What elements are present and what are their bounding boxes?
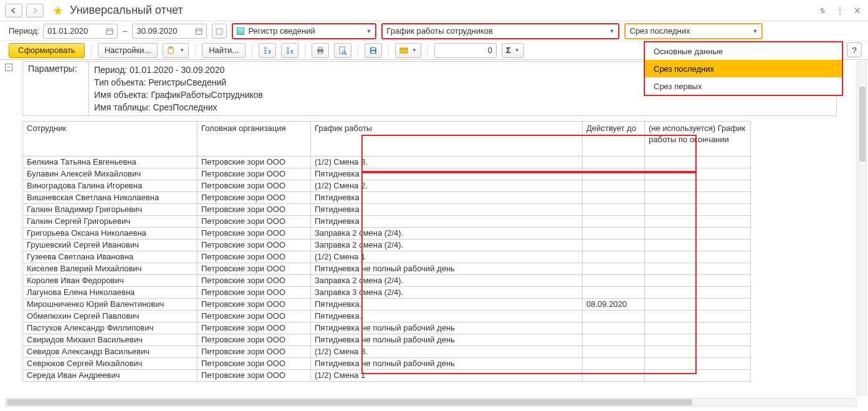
- table-row[interactable]: Булавин Алексей МихайловичПетровские зор…: [23, 168, 751, 180]
- table-row[interactable]: Середа Иван АндреевичПетровские зори ООО…: [23, 370, 751, 382]
- col-header-schedule[interactable]: График работы: [311, 122, 583, 157]
- dropdown-option-main-data[interactable]: Основные данные: [645, 42, 842, 60]
- generate-button[interactable]: Сформировать: [9, 43, 85, 58]
- svg-rect-13: [371, 48, 375, 50]
- collapse-button[interactable]: [281, 43, 298, 58]
- horizontal-scrollbar[interactable]: [5, 398, 857, 407]
- col-header-schedule-end[interactable]: (не используется) График работы по оконч…: [645, 122, 751, 157]
- calendar-icon[interactable]: [194, 26, 204, 36]
- combo-table-dropdown: Основные данные Срез последних Срез перв…: [644, 41, 843, 96]
- combo-table-value: Срез последних: [629, 26, 690, 36]
- table-row[interactable]: Свиридов Михаил ВасильевичПетровские зор…: [23, 334, 751, 346]
- table-row[interactable]: Лагунова Елена НиколаевнаПетровские зори…: [23, 287, 751, 299]
- save-button[interactable]: [365, 43, 382, 58]
- settings-button[interactable]: Настройки...: [98, 43, 158, 58]
- cell-emp: Лагунова Елена Николаевна: [23, 287, 198, 299]
- table-row[interactable]: Галкин Владимир ГригорьевичПетровские зо…: [23, 204, 751, 216]
- dropdown-option-slice-last[interactable]: Срез последних: [645, 60, 842, 77]
- separator: [427, 44, 428, 57]
- sum-field[interactable]: 0: [434, 43, 497, 58]
- cell-end: [645, 204, 751, 216]
- table-row[interactable]: Вишневская Светлана НиколаевнаПетровские…: [23, 192, 751, 204]
- cell-emp: Грушевский Сергей Иванович: [23, 239, 198, 251]
- table-row[interactable]: Севидов Александр ВасильевичПетровские з…: [23, 346, 751, 358]
- dropdown-option-slice-first[interactable]: Срез первых: [645, 77, 842, 95]
- cell-sch: Заправка 2 смена (2/4).: [311, 275, 583, 287]
- chevron-down-icon[interactable]: ▼: [365, 28, 373, 34]
- ellipsis-icon: [216, 27, 223, 35]
- scrollbar-thumb[interactable]: [859, 87, 866, 162]
- collapse-tree-icon: [285, 46, 294, 55]
- chevron-down-icon[interactable]: ▼: [751, 28, 760, 34]
- cell-till: [583, 168, 645, 180]
- cell-end: [645, 334, 751, 346]
- envelope-icon: [399, 46, 408, 55]
- cell-sch: Пятидневка не полный рабочий день: [311, 358, 583, 370]
- star-icon[interactable]: ★: [52, 3, 64, 18]
- svg-line-12: [345, 54, 346, 55]
- separator: [358, 44, 358, 57]
- param-line-table: Имя таблицы: СрезПоследних: [94, 101, 831, 114]
- variants-button[interactable]: ▼: [163, 43, 189, 58]
- table-row[interactable]: Григорьева Оксана НиколаевнаПетровские з…: [23, 228, 751, 239]
- cell-org: Петровские зори ООО: [198, 180, 311, 192]
- cell-sch: Пятидневка не полный рабочий день: [311, 322, 583, 334]
- expand-button[interactable]: [259, 43, 276, 58]
- separator: [305, 44, 305, 57]
- table-row[interactable]: Обмелюхин Сергей ПавловичПетровские зори…: [23, 311, 751, 322]
- table-row[interactable]: Гузеева Светлана ИвановнаПетровские зори…: [23, 251, 751, 263]
- help-button[interactable]: ?: [847, 42, 862, 57]
- date-dash: –: [123, 26, 127, 36]
- nav-forward-button[interactable]: [26, 4, 44, 17]
- cell-till: [583, 358, 645, 370]
- calendar-icon[interactable]: [105, 26, 115, 36]
- date-from-field[interactable]: 01.01.2020: [43, 24, 118, 39]
- table-row[interactable]: Киселев Валерий МихайловичПетровские зор…: [23, 263, 751, 275]
- vertical-scrollbar[interactable]: [858, 61, 867, 395]
- cell-emp: Свиридов Михаил Васильевич: [23, 334, 198, 346]
- titlebar: ★ Универсальный отчет ⋮ ✕: [0, 0, 868, 21]
- cell-emp: Галкин Сергей Григорьевич: [23, 216, 198, 228]
- preview-button[interactable]: [334, 43, 351, 58]
- outline-collapse-node[interactable]: −: [5, 64, 12, 71]
- nav-back-button[interactable]: [5, 4, 22, 17]
- cell-emp: Середа Иван Андреевич: [23, 370, 198, 382]
- sum-functions-button[interactable]: Σ ▼: [502, 43, 524, 58]
- col-header-org[interactable]: Головная организация: [198, 122, 311, 157]
- print-button[interactable]: [312, 43, 329, 58]
- titlebar-right: ⋮ ✕: [817, 5, 863, 16]
- table-row[interactable]: Мирошниченко Юрий ВалентиновичПетровские…: [23, 299, 751, 311]
- printer-icon: [316, 46, 325, 55]
- table-row[interactable]: Галкин Сергей ГригорьевичПетровские зори…: [23, 216, 751, 228]
- table-row[interactable]: Грушевский Сергей ИвановичПетровские зор…: [23, 239, 751, 251]
- period-picker-button[interactable]: [212, 24, 227, 39]
- table-row[interactable]: Виноградова Галина ИгоревнаПетровские зо…: [23, 180, 751, 192]
- col-header-valid-till[interactable]: Действует до: [583, 122, 645, 157]
- cell-emp: Севидов Александр Васильевич: [23, 346, 198, 358]
- close-icon[interactable]: ✕: [852, 5, 863, 16]
- cell-emp: Киселев Валерий Михайлович: [23, 263, 198, 275]
- chevron-down-icon[interactable]: ▼: [608, 28, 616, 34]
- cell-sch: Пятидневка: [311, 192, 583, 204]
- col-header-employee[interactable]: Сотрудник: [23, 122, 198, 157]
- table-row[interactable]: Пастухов Александр ФиллиповичПетровские …: [23, 322, 751, 334]
- cell-sch: Пятидневка не полный рабочий день: [311, 263, 583, 275]
- cell-till: [583, 346, 645, 358]
- cell-emp: Гузеева Светлана Ивановна: [23, 251, 198, 263]
- date-to-field[interactable]: 30.09.2020: [132, 24, 207, 39]
- table-row[interactable]: Королев Иван ФедоровичПетровские зори ОО…: [23, 275, 751, 287]
- combo-object-name[interactable]: График работы сотрудников ▼: [381, 23, 619, 39]
- cell-emp: Белкина Татьяна Евгеньевна: [23, 157, 198, 168]
- table-row[interactable]: Севрюков Сергей МихайловичПетровские зор…: [23, 358, 751, 370]
- cell-end: [645, 228, 751, 239]
- link-icon[interactable]: [817, 5, 828, 16]
- send-email-button[interactable]: ▼: [395, 43, 421, 58]
- scrollbar-thumb[interactable]: [7, 399, 692, 405]
- combo-table-name[interactable]: Срез последних ▼: [624, 23, 763, 39]
- table-row[interactable]: Белкина Татьяна ЕвгеньевнаПетровские зор…: [23, 157, 751, 168]
- find-button[interactable]: Найти...: [202, 43, 246, 58]
- kebab-icon[interactable]: ⋮: [834, 5, 846, 16]
- cell-org: Петровские зори ООО: [198, 204, 311, 216]
- cell-till: [583, 204, 645, 216]
- combo-register-type[interactable]: Регистр сведений ▼: [232, 23, 376, 39]
